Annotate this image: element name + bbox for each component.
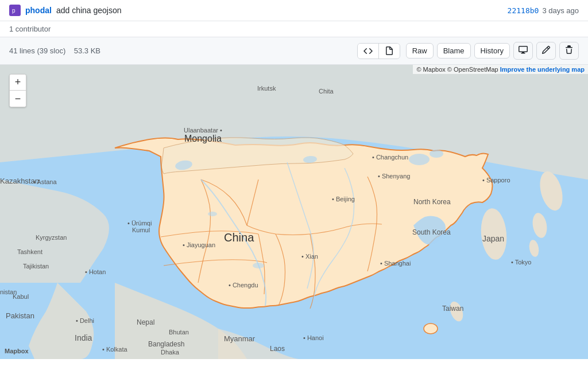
edit-icon-button[interactable] [536,42,556,60]
svg-point-14 [430,150,443,158]
commit-hash[interactable]: 22118b0 [508,6,539,15]
map-attribution: © Mapbox © OpenStreetMap Improve the und… [413,65,588,74]
map-container[interactable]: Ulaanbaatar • Mongolia China Kazakhstan … [0,65,588,359]
svg-point-12 [208,212,217,216]
raw-button[interactable]: Raw [406,43,434,59]
svg-text:p: p [12,7,16,14]
svg-point-8 [424,323,438,334]
file-view-button[interactable] [379,44,400,59]
top-bar: p phodal add china geojson 22118b0 3 day… [0,0,588,65]
history-button[interactable]: History [474,43,510,59]
view-mode-buttons [357,43,400,59]
mapbox-logo: Mapbox [5,348,29,354]
username[interactable]: phodal [25,6,52,15]
zoom-in-button[interactable]: + [10,75,26,91]
file-size: 53.3 KB [74,46,100,55]
contributor-count: 1 contributor [9,25,51,33]
desktop-icon-button[interactable] [513,42,533,60]
avatar: p [9,5,21,16]
delete-icon-button[interactable] [559,42,579,60]
file-lines: 41 lines (39 sloc) [9,46,65,55]
zoom-controls: + − [9,74,26,107]
code-view-button[interactable] [358,44,379,59]
zoom-out-button[interactable]: − [10,91,26,107]
commit-message: add china geojson [56,6,122,15]
blame-button[interactable]: Blame [437,43,471,59]
improve-link[interactable]: Improve the underlying map [500,66,585,73]
time-ago: 3 days ago [542,6,579,15]
svg-point-13 [409,154,430,165]
